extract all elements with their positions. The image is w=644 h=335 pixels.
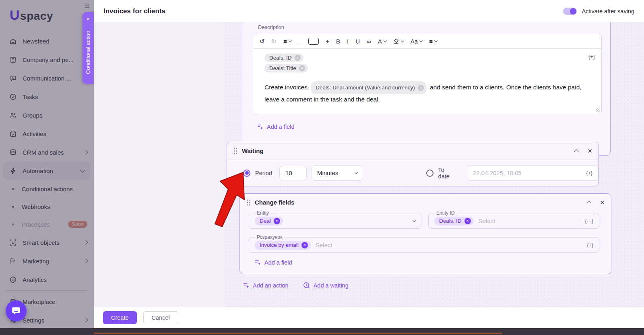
undo-icon[interactable]: ↺ [260,38,265,45]
editor-body[interactable]: {+} Deals: ID× Deals: Title× Create invo… [253,49,601,114]
drag-handle-icon[interactable] [233,147,237,154]
variable-chip: Deals: ID× [264,54,303,62]
drag-handle-icon[interactable] [246,199,250,206]
description-label: Description [258,24,284,30]
chip-remove-icon[interactable]: × [299,65,305,71]
left-settings-column [94,22,224,307]
to-date-radio[interactable] [426,170,433,177]
variable-chip-inline: Deals: Deal amount (Value and currency)× [311,81,427,94]
change-fields-header: Change fields × [240,194,611,211]
chevron-down-icon [434,39,438,42]
chip-remove-icon[interactable]: × [301,242,308,248]
modal-body: Description ↺ ↻ ≡ – + B I U ∞ A [94,22,644,307]
collapse-icon[interactable] [574,149,578,154]
italic-button[interactable]: I [347,38,349,45]
editor-paragraph: Create invoices Deals: Deal amount (Valu… [264,81,594,105]
add-action-icon [243,282,249,289]
close-icon[interactable]: × [588,147,592,155]
entity-select[interactable]: Entity Deal× [249,213,421,229]
font-size-decrease-button[interactable]: – [298,38,301,45]
entity-id-chip: Deals: ID× [434,217,474,225]
conditional-action-tab[interactable]: × Conditional action [83,12,94,84]
window-bottom-accent [94,333,502,334]
create-button[interactable]: Create [103,311,137,324]
chevron-down-icon [289,39,292,42]
insert-variable-token[interactable]: {+} [588,54,595,60]
variable-chip: Deals: Title× [264,64,308,72]
select-placeholder: Select [316,242,332,248]
description-editor[interactable]: ↺ ↻ ≡ – + B I U ∞ A Aa ≡ [253,34,602,114]
font-size-box[interactable] [308,38,319,45]
text-case-button[interactable]: Aa [411,38,422,45]
chip-remove-icon[interactable]: × [418,85,424,91]
waiting-settings-row: Period Minutes To date 22.04.2025, 18:05… [227,160,599,186]
add-field-label: Add a field [264,259,292,266]
activate-toggle-group: Activate after saving [563,8,634,15]
insert-variable-token[interactable]: {+} [586,170,592,176]
chip-remove-icon[interactable]: × [295,55,301,61]
insert-variable-token[interactable]: {+} [587,242,593,248]
add-field-link[interactable]: Add a field [254,259,292,266]
align-icon: ≡ [429,38,433,45]
highlight-icon [393,38,399,44]
font-color-icon: A [378,38,382,45]
font-color-button[interactable]: A [378,38,386,45]
paragraph-style-button[interactable]: ≡ [283,38,291,45]
add-waiting-link[interactable]: Add a waiting [303,282,349,289]
text-case-icon: Aa [411,38,418,45]
redo-icon[interactable]: ↻ [272,38,277,45]
add-action-link[interactable]: Add an action [243,282,289,289]
to-date-input[interactable]: 22.04.2025, 18:05 {+} [467,165,599,181]
entity-chip: Deal× [255,217,283,225]
font-size-increase-button[interactable]: + [326,38,329,45]
add-field-icon [254,259,261,266]
entity-id-select[interactable]: Entity ID Deals: ID× Select {⋯} [428,213,599,229]
chevron-down-icon [401,39,404,42]
activate-toggle[interactable] [563,8,577,15]
to-date-label: To date [438,167,457,180]
custom-field-chip: Invoice by email× [255,241,311,250]
toggle-knob [570,8,576,14]
chip-label: Deals: ID [439,218,462,224]
radio-dot [245,171,249,175]
align-button[interactable]: ≡ [429,38,437,45]
chevron-down-icon [354,171,357,174]
cancel-button[interactable]: Cancel [143,311,178,324]
editor-resize-handle[interactable] [596,108,600,112]
period-unit-value: Minutes [317,170,339,176]
period-value-input[interactable] [279,166,307,180]
custom-field-select[interactable]: Розрахунок Invoice by email× Select {+} [249,237,599,253]
modal-footer: Create Cancel [94,307,644,328]
waiting-panel-header: Waiting × [227,142,599,160]
chat-widget-button[interactable] [6,300,27,321]
add-field-label: Add a field [267,124,295,130]
insert-variable-token[interactable]: {⋯} [585,218,593,224]
entity-field-label: Entity [255,210,271,216]
underline-button[interactable]: U [355,38,360,45]
period-unit-select[interactable]: Minutes [312,165,363,181]
period-radio[interactable] [243,170,250,177]
entity-id-field-label: Entity ID [434,210,456,216]
bold-button[interactable]: B [336,38,340,45]
chip-remove-icon[interactable]: × [464,218,471,224]
paragraph-text: Create invoices [264,84,308,91]
link-icon[interactable]: ∞ [367,38,371,45]
change-fields-title: Change fields [255,199,294,206]
add-waiting-label: Add a waiting [314,282,349,289]
chip-label: Invoice by email [260,242,299,248]
actions-bar: Add an action Add a waiting [243,282,349,289]
activate-toggle-label: Activate after saving [582,8,634,14]
close-icon[interactable]: × [600,199,605,206]
chevron-down-icon [384,39,387,42]
chevron-down-icon [413,219,416,222]
paragraph-icon: ≡ [283,38,287,45]
modal-header: Invoices for clients Activate after savi… [94,0,644,22]
collapse-icon[interactable] [586,201,591,205]
page-title: Invoices for clients [103,7,165,15]
chevron-down-icon [419,39,423,42]
chip-remove-icon[interactable]: × [274,218,280,224]
conditional-action-tab-label: Conditional action [83,24,94,81]
highlight-button[interactable] [393,38,404,44]
add-field-link[interactable]: Add a field [257,124,295,130]
close-icon[interactable]: × [83,15,94,22]
